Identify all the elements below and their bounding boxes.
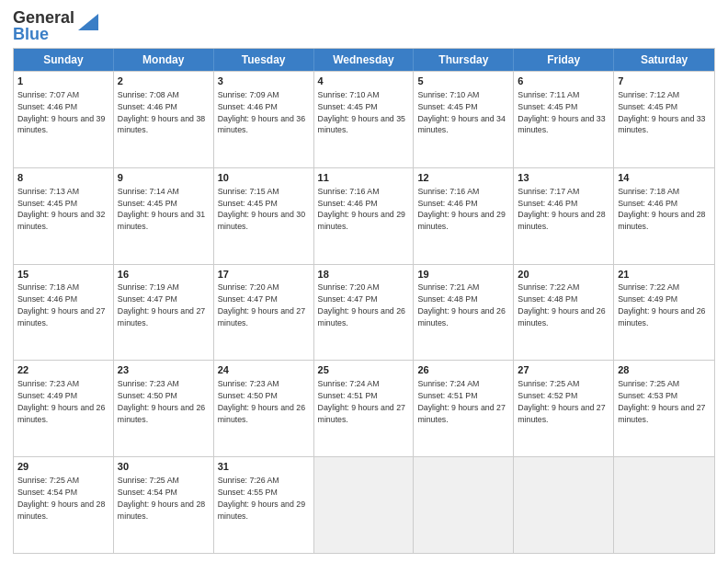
daylight-text: Daylight: 9 hours and 35 minutes. bbox=[318, 114, 405, 135]
day-number: 18 bbox=[318, 268, 410, 282]
sunrise-text: Sunrise: 7:15 AM bbox=[218, 187, 279, 196]
daylight-text: Daylight: 9 hours and 36 minutes. bbox=[218, 114, 305, 135]
daylight-text: Daylight: 9 hours and 39 minutes. bbox=[17, 114, 105, 135]
sunrise-text: Sunrise: 7:16 AM bbox=[318, 187, 380, 196]
calendar-cell: 4 Sunrise: 7:10 AM Sunset: 4:45 PM Dayli… bbox=[314, 72, 415, 167]
empty-cell bbox=[614, 457, 714, 553]
sunrise-text: Sunrise: 7:14 AM bbox=[118, 187, 179, 196]
weekday-header: Wednesday bbox=[314, 49, 415, 71]
sunrise-text: Sunrise: 7:20 AM bbox=[218, 282, 279, 292]
sunset-text: Sunset: 4:46 PM bbox=[518, 199, 577, 208]
sunrise-text: Sunrise: 7:18 AM bbox=[17, 282, 79, 292]
daylight-text: Daylight: 9 hours and 27 minutes. bbox=[417, 403, 505, 424]
daylight-text: Daylight: 9 hours and 26 minutes. bbox=[417, 306, 505, 327]
weekday-header: Friday bbox=[514, 49, 614, 71]
calendar-cell: 9 Sunrise: 7:14 AM Sunset: 4:45 PM Dayli… bbox=[114, 168, 214, 264]
sunrise-text: Sunrise: 7:21 AM bbox=[417, 282, 479, 292]
calendar-cell: 20 Sunrise: 7:22 AM Sunset: 4:48 PM Dayl… bbox=[514, 265, 614, 361]
daylight-text: Daylight: 9 hours and 32 minutes. bbox=[17, 210, 105, 231]
empty-cell bbox=[414, 457, 514, 553]
daylight-text: Daylight: 9 hours and 27 minutes. bbox=[318, 403, 405, 424]
sunset-text: Sunset: 4:45 PM bbox=[518, 102, 577, 111]
day-number: 3 bbox=[218, 75, 310, 88]
sunset-text: Sunset: 4:50 PM bbox=[218, 391, 278, 400]
weekday-header: Monday bbox=[114, 49, 214, 71]
sunrise-text: Sunrise: 7:07 AM bbox=[17, 90, 79, 99]
weekday-header: Saturday bbox=[614, 49, 714, 71]
day-number: 19 bbox=[417, 268, 509, 282]
calendar-cell: 31 Sunrise: 7:26 AM Sunset: 4:55 PM Dayl… bbox=[214, 457, 314, 553]
daylight-text: Daylight: 9 hours and 30 minutes. bbox=[218, 210, 305, 231]
daylight-text: Daylight: 9 hours and 26 minutes. bbox=[218, 403, 305, 424]
sunset-text: Sunset: 4:49 PM bbox=[17, 391, 77, 400]
sunrise-text: Sunrise: 7:25 AM bbox=[518, 379, 579, 388]
calendar-cell: 15 Sunrise: 7:18 AM Sunset: 4:46 PM Dayl… bbox=[14, 265, 114, 361]
calendar-cell: 23 Sunrise: 7:23 AM Sunset: 4:50 PM Dayl… bbox=[114, 361, 214, 456]
sunrise-text: Sunrise: 7:12 AM bbox=[618, 90, 679, 99]
daylight-text: Daylight: 9 hours and 27 minutes. bbox=[118, 306, 205, 327]
calendar-row: 8 Sunrise: 7:13 AM Sunset: 4:45 PM Dayli… bbox=[14, 167, 714, 264]
calendar-cell: 24 Sunrise: 7:23 AM Sunset: 4:50 PM Dayl… bbox=[214, 361, 314, 456]
calendar: SundayMondayTuesdayWednesdayThursdayFrid… bbox=[13, 48, 715, 554]
calendar-row: 29 Sunrise: 7:25 AM Sunset: 4:54 PM Dayl… bbox=[14, 456, 714, 553]
calendar-cell: 1 Sunrise: 7:07 AM Sunset: 4:46 PM Dayli… bbox=[14, 72, 114, 167]
calendar-cell: 22 Sunrise: 7:23 AM Sunset: 4:49 PM Dayl… bbox=[14, 361, 114, 456]
header: General Blue bbox=[13, 9, 715, 42]
sunrise-text: Sunrise: 7:23 AM bbox=[118, 379, 179, 388]
sunrise-text: Sunrise: 7:25 AM bbox=[17, 476, 79, 485]
sunrise-text: Sunrise: 7:10 AM bbox=[318, 90, 380, 99]
sunset-text: Sunset: 4:48 PM bbox=[417, 294, 477, 304]
sunset-text: Sunset: 4:46 PM bbox=[318, 199, 378, 208]
calendar-cell: 11 Sunrise: 7:16 AM Sunset: 4:46 PM Dayl… bbox=[314, 168, 415, 264]
calendar-header: SundayMondayTuesdayWednesdayThursdayFrid… bbox=[14, 49, 714, 71]
sunrise-text: Sunrise: 7:24 AM bbox=[417, 379, 479, 388]
sunset-text: Sunset: 4:48 PM bbox=[518, 294, 577, 304]
daylight-text: Daylight: 9 hours and 29 minutes. bbox=[218, 500, 305, 521]
sunrise-text: Sunrise: 7:11 AM bbox=[518, 90, 579, 99]
daylight-text: Daylight: 9 hours and 26 minutes. bbox=[118, 403, 205, 424]
daylight-text: Daylight: 9 hours and 27 minutes. bbox=[518, 403, 605, 424]
day-number: 28 bbox=[618, 363, 711, 377]
calendar-cell: 17 Sunrise: 7:20 AM Sunset: 4:47 PM Dayl… bbox=[214, 265, 314, 361]
day-number: 23 bbox=[118, 363, 210, 377]
calendar-row: 1 Sunrise: 7:07 AM Sunset: 4:46 PM Dayli… bbox=[14, 71, 714, 167]
sunset-text: Sunset: 4:46 PM bbox=[17, 294, 77, 304]
sunrise-text: Sunrise: 7:09 AM bbox=[218, 90, 279, 99]
calendar-cell: 18 Sunrise: 7:20 AM Sunset: 4:47 PM Dayl… bbox=[314, 265, 415, 361]
sunrise-text: Sunrise: 7:20 AM bbox=[318, 282, 380, 292]
day-number: 7 bbox=[618, 75, 711, 88]
day-number: 20 bbox=[518, 268, 609, 282]
daylight-text: Daylight: 9 hours and 27 minutes. bbox=[218, 306, 305, 327]
day-number: 4 bbox=[318, 75, 410, 88]
empty-cell bbox=[314, 457, 415, 553]
calendar-cell: 26 Sunrise: 7:24 AM Sunset: 4:51 PM Dayl… bbox=[414, 361, 514, 456]
calendar-cell: 7 Sunrise: 7:12 AM Sunset: 4:45 PM Dayli… bbox=[614, 72, 714, 167]
calendar-cell: 21 Sunrise: 7:22 AM Sunset: 4:49 PM Dayl… bbox=[614, 265, 714, 361]
weekday-header: Sunday bbox=[14, 49, 114, 71]
sunrise-text: Sunrise: 7:18 AM bbox=[618, 187, 679, 196]
day-number: 24 bbox=[218, 363, 310, 377]
day-number: 1 bbox=[17, 75, 109, 88]
sunset-text: Sunset: 4:51 PM bbox=[417, 391, 477, 400]
day-number: 11 bbox=[318, 171, 410, 185]
sunrise-text: Sunrise: 7:22 AM bbox=[518, 282, 579, 292]
calendar-cell: 6 Sunrise: 7:11 AM Sunset: 4:45 PM Dayli… bbox=[514, 72, 614, 167]
weekday-header: Tuesday bbox=[214, 49, 314, 71]
daylight-text: Daylight: 9 hours and 26 minutes. bbox=[318, 306, 405, 327]
sunset-text: Sunset: 4:47 PM bbox=[218, 294, 278, 304]
sunrise-text: Sunrise: 7:19 AM bbox=[118, 282, 179, 292]
sunset-text: Sunset: 4:46 PM bbox=[17, 102, 77, 111]
calendar-cell: 19 Sunrise: 7:21 AM Sunset: 4:48 PM Dayl… bbox=[414, 265, 514, 361]
sunrise-text: Sunrise: 7:17 AM bbox=[518, 187, 579, 196]
day-number: 27 bbox=[518, 363, 609, 377]
day-number: 8 bbox=[17, 171, 109, 185]
empty-cell bbox=[514, 457, 614, 553]
calendar-row: 15 Sunrise: 7:18 AM Sunset: 4:46 PM Dayl… bbox=[14, 264, 714, 361]
sunrise-text: Sunrise: 7:23 AM bbox=[218, 379, 279, 388]
calendar-cell: 10 Sunrise: 7:15 AM Sunset: 4:45 PM Dayl… bbox=[214, 168, 314, 264]
sunset-text: Sunset: 4:45 PM bbox=[618, 102, 677, 111]
sunrise-text: Sunrise: 7:26 AM bbox=[218, 476, 279, 485]
day-number: 29 bbox=[17, 460, 109, 474]
sunset-text: Sunset: 4:46 PM bbox=[618, 199, 677, 208]
calendar-cell: 2 Sunrise: 7:08 AM Sunset: 4:46 PM Dayli… bbox=[114, 72, 214, 167]
